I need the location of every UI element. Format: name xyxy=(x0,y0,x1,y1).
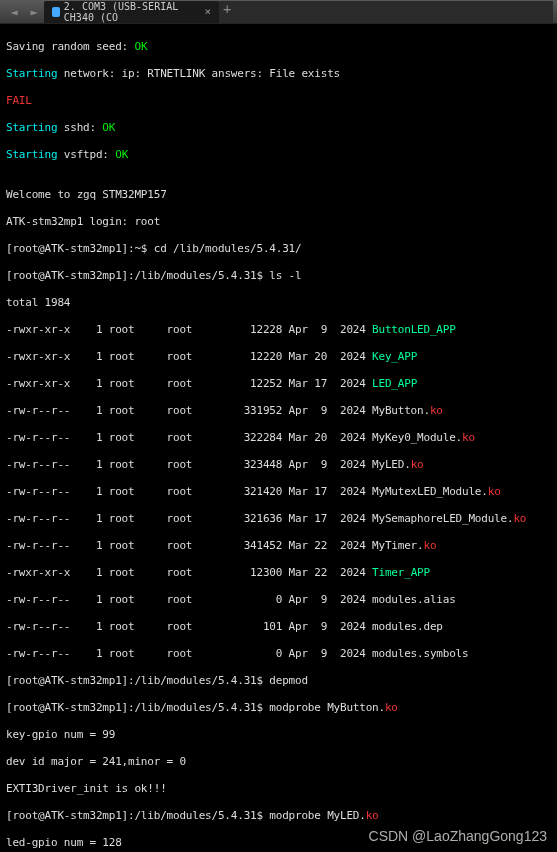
terminal-icon xyxy=(52,7,60,17)
tab-bar: 2. COM3 (USB-SERIAL CH340 (CO × + xyxy=(44,1,553,23)
close-icon[interactable]: × xyxy=(204,5,211,18)
tab-title: 2. COM3 (USB-SERIAL CH340 (CO xyxy=(64,1,201,23)
watermark: CSDN @LaoZhangGong123 xyxy=(369,828,547,844)
titlebar: ◄ ► 2. COM3 (USB-SERIAL CH340 (CO × + xyxy=(0,0,557,24)
terminal-tab[interactable]: 2. COM3 (USB-SERIAL CH340 (CO × xyxy=(44,1,219,23)
nav-fwd-icon[interactable]: ► xyxy=(24,2,44,22)
terminal-output[interactable]: Saving random seed: OK Starting network:… xyxy=(0,24,557,852)
new-tab-icon[interactable]: + xyxy=(223,1,231,23)
nav-back-icon[interactable]: ◄ xyxy=(4,2,24,22)
